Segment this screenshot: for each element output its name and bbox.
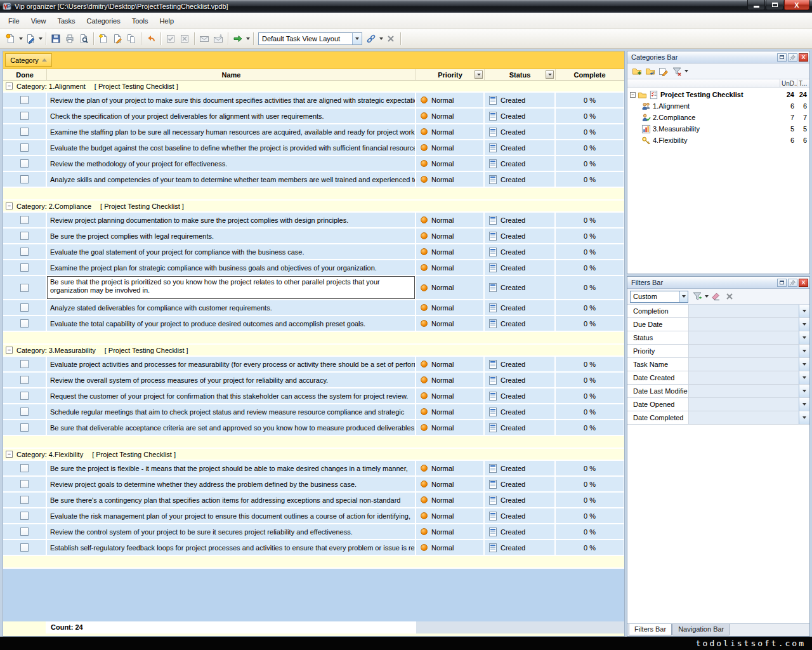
priority-cell[interactable]: Normal (416, 404, 483, 419)
menu-view[interactable]: View (25, 15, 52, 27)
priority-cell[interactable]: Normal (416, 540, 483, 555)
complete-cell[interactable]: 0 % (556, 156, 624, 171)
tree-category-row[interactable]: 1.Alignment66 (627, 100, 809, 112)
menu-categories[interactable]: Categories (81, 15, 126, 27)
complete-cell[interactable]: 0 % (556, 260, 624, 275)
complete-cell[interactable]: 0 % (556, 420, 624, 435)
complete-cell[interactable]: 0 % (556, 357, 624, 371)
task-name-cell[interactable]: Analyze skills and competencies of your … (47, 172, 415, 187)
complete-cell[interactable]: 0 % (556, 524, 624, 539)
dropdown-arrow-icon[interactable] (245, 32, 251, 46)
status-cell[interactable]: Created (485, 477, 554, 491)
priority-cell[interactable]: Normal (416, 388, 483, 403)
collapse-group-icon[interactable]: − (6, 83, 13, 90)
complete-cell[interactable]: 0 % (556, 229, 624, 243)
filter-field-value[interactable] (689, 305, 809, 317)
collapse-group-icon[interactable]: − (6, 347, 13, 354)
task-name-cell[interactable]: Review project planning documentation to… (47, 213, 415, 227)
dropdown-arrow-icon[interactable] (37, 32, 43, 46)
task-checkbox[interactable] (20, 543, 29, 552)
edit-task-icon[interactable] (110, 32, 124, 46)
tab-navigation-bar[interactable]: Navigation Bar (672, 624, 730, 635)
complete-cell[interactable]: 0 % (556, 404, 624, 419)
complete-cell[interactable]: 0 % (556, 172, 624, 187)
filter-preset-combo[interactable]: Custom (630, 291, 688, 303)
task-checkbox[interactable] (20, 248, 29, 256)
print-preview-icon[interactable] (77, 32, 91, 46)
send-mail-icon[interactable] (197, 32, 211, 46)
collapse-group-icon[interactable]: − (6, 451, 13, 458)
filter-field-value[interactable] (689, 358, 809, 371)
priority-cell[interactable]: Normal (416, 508, 483, 523)
complete-cell[interactable]: 0 % (556, 300, 624, 315)
complete-task-icon[interactable] (164, 32, 178, 46)
status-cell[interactable]: Created (485, 124, 554, 139)
task-name-cell[interactable]: Review the methodology of your project f… (47, 156, 415, 171)
task-checkbox[interactable] (20, 408, 29, 416)
status-cell[interactable]: Created (485, 388, 554, 403)
menu-tasks[interactable]: Tasks (51, 15, 81, 27)
task-checkbox[interactable] (20, 303, 29, 312)
status-cell[interactable]: Created (485, 357, 554, 371)
filter-field-value[interactable] (689, 331, 809, 344)
task-checkbox[interactable] (20, 263, 29, 272)
priority-cell[interactable]: Normal (416, 373, 483, 387)
priority-cell[interactable]: Normal (416, 244, 483, 259)
tree-column-total[interactable]: T... (797, 79, 809, 87)
dropdown-arrow-icon[interactable] (18, 32, 23, 46)
filter-field-value[interactable] (689, 318, 809, 331)
priority-filter-button[interactable] (475, 70, 483, 79)
complete-cell[interactable]: 0 % (556, 244, 624, 259)
priority-cell[interactable]: Normal (416, 493, 483, 507)
complete-cell[interactable]: 0 % (556, 388, 624, 403)
edit-category-icon[interactable] (657, 65, 670, 78)
incomplete-task-icon[interactable] (178, 32, 192, 46)
priority-cell[interactable]: Normal (416, 420, 483, 435)
status-cell[interactable]: Created (485, 461, 554, 475)
tree-category-row[interactable]: 2.Compliance77 (627, 112, 809, 123)
new-category-icon[interactable] (630, 65, 643, 78)
column-header-complete[interactable]: Complete (556, 69, 624, 80)
filters-bar-close-button[interactable]: X (799, 279, 808, 287)
status-cell[interactable]: Created (485, 420, 554, 435)
task-checkbox[interactable] (20, 360, 29, 368)
categories-bar-close-button[interactable]: X (799, 53, 808, 62)
task-name-cell[interactable]: Examine the staffing plan to be sure all… (47, 124, 415, 139)
receive-mail-icon[interactable] (211, 32, 225, 46)
tree-column-undone[interactable]: UnD... (780, 79, 797, 87)
filter-field-value[interactable] (689, 371, 809, 384)
layout-combo[interactable]: Default Task View Layout (258, 32, 362, 45)
task-checkbox[interactable] (20, 216, 29, 224)
task-checkbox[interactable] (20, 284, 29, 292)
filter-field-dropdown[interactable] (799, 305, 809, 317)
status-cell[interactable]: Created (485, 140, 554, 155)
task-checkbox[interactable] (20, 175, 29, 183)
status-cell[interactable]: Created (485, 316, 554, 331)
column-header-status[interactable]: Status (485, 69, 556, 80)
filter-field-dropdown[interactable] (799, 385, 809, 397)
status-cell[interactable]: Created (485, 109, 554, 123)
complete-cell[interactable]: 0 % (556, 316, 624, 331)
new-subcategory-icon[interactable] (643, 65, 657, 78)
status-cell[interactable]: Created (485, 93, 554, 107)
task-checkbox[interactable] (20, 480, 29, 488)
status-cell[interactable]: Created (485, 493, 554, 507)
priority-cell[interactable]: Normal (416, 260, 483, 275)
column-header-name[interactable]: Name (47, 69, 416, 80)
task-name-cell[interactable]: Evaluate the risk management plan of you… (47, 508, 415, 523)
maximize-button[interactable] (766, 0, 783, 10)
priority-cell[interactable]: Normal (416, 357, 483, 371)
complete-cell[interactable]: 0 % (556, 124, 624, 139)
task-name-cell[interactable]: Review the plan of your project to make … (47, 93, 415, 107)
filters-bar-restore-button[interactable] (777, 279, 787, 287)
task-name-cell[interactable]: Evaluate the goal statement of your proj… (47, 244, 415, 259)
tab-filters-bar[interactable]: Filters Bar (629, 624, 672, 635)
filter-field-dropdown[interactable] (799, 371, 809, 384)
close-x-icon[interactable] (384, 32, 398, 46)
task-name-cell[interactable]: Evaluate the budget against the cost bas… (47, 140, 415, 155)
task-checkbox[interactable] (20, 392, 29, 400)
categories-bar-titlebar[interactable]: Categories Bar X (627, 51, 809, 63)
filters-bar-titlebar[interactable]: Filters Bar X (627, 277, 809, 289)
status-cell[interactable]: Created (485, 524, 554, 539)
task-checkbox[interactable] (20, 376, 29, 384)
